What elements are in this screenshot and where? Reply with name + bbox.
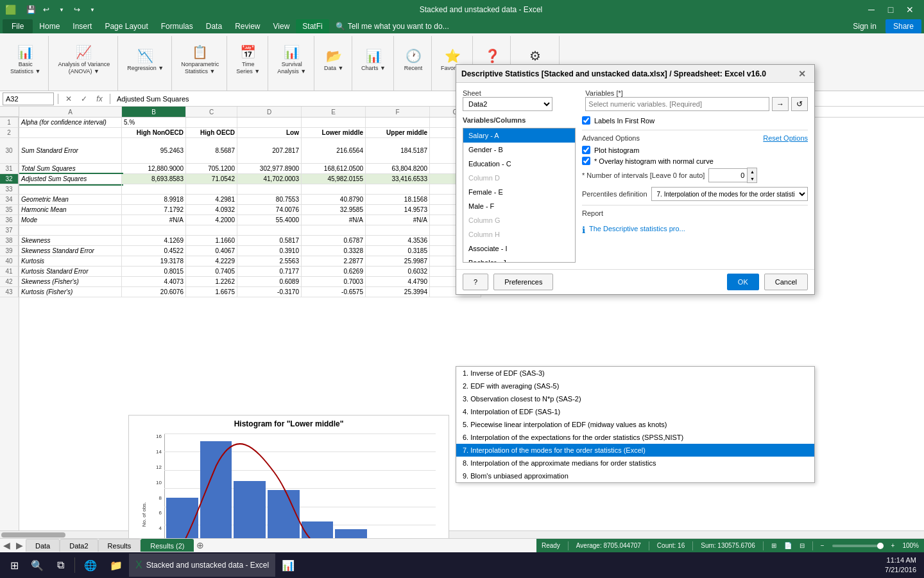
- menu-insert[interactable]: Insert: [66, 19, 98, 33]
- overlay-normal-checkbox[interactable]: [582, 157, 590, 165]
- vars-arrow-btn[interactable]: →: [772, 97, 789, 111]
- cell-a39[interactable]: Skewness Standard Error: [19, 246, 122, 256]
- cell-d33[interactable]: [237, 184, 302, 195]
- taskbar-explorer[interactable]: 📁: [103, 554, 129, 577]
- cell-c31[interactable]: 705.1200: [186, 164, 237, 174]
- cell-c32[interactable]: 71.0542: [186, 174, 237, 184]
- cell-d37[interactable]: [237, 225, 302, 236]
- cell-a1[interactable]: Alpha (for confidence interval): [19, 118, 122, 128]
- menu-data[interactable]: Data: [200, 19, 228, 33]
- cell-a42[interactable]: Skewness (Fisher's): [19, 277, 122, 287]
- col-header-e[interactable]: E: [302, 107, 366, 117]
- cell-a41[interactable]: Kurtosis Standard Error: [19, 267, 122, 277]
- taskbar-statfi[interactable]: 📊: [275, 554, 301, 577]
- var-item-salary[interactable]: Salary - A: [463, 128, 575, 143]
- page-layout-btn[interactable]: 📄: [784, 542, 792, 549]
- ribbon-btn-charts[interactable]: 📊 Charts ▼: [357, 39, 389, 81]
- cell-f43[interactable]: 25.3994: [366, 287, 430, 297]
- cell-f31[interactable]: 63,804.8200: [366, 164, 430, 174]
- cell-b40[interactable]: 19.3178: [122, 256, 186, 267]
- var-item-male[interactable]: Male - F: [463, 199, 575, 213]
- cell-d32[interactable]: 41,702.0003: [237, 174, 302, 184]
- cell-c1[interactable]: [186, 118, 237, 128]
- cell-f30[interactable]: 184.5187: [366, 138, 430, 164]
- var-item-associate[interactable]: Associate - I: [463, 241, 575, 256]
- cell-d43[interactable]: -0.3170: [237, 287, 302, 297]
- col-header-c[interactable]: C: [186, 107, 237, 117]
- task-view-btn[interactable]: ⧉: [49, 554, 72, 577]
- preferences-footer-btn[interactable]: Preferences: [493, 274, 553, 290]
- cell-d34[interactable]: 80.7553: [237, 195, 302, 205]
- dropdown-option-7[interactable]: 7. Interpolation of the modes for the or…: [456, 444, 814, 457]
- cell-c36[interactable]: 4.2000: [186, 215, 237, 225]
- ribbon-btn-timeseries[interactable]: 📅 TimeSeries ▼: [232, 39, 264, 81]
- var-item-female[interactable]: Female - E: [463, 185, 575, 199]
- spin-up[interactable]: ▲: [748, 168, 757, 175]
- cell-e38[interactable]: 0.6787: [302, 236, 366, 246]
- cell-b41[interactable]: 0.8015: [122, 267, 186, 277]
- maximize-btn[interactable]: □: [882, 3, 900, 17]
- cell-b34[interactable]: 8.9918: [122, 195, 186, 205]
- ribbon-btn-regression[interactable]: 📉 Regression ▼: [123, 39, 167, 81]
- cell-c41[interactable]: 0.7405: [186, 267, 237, 277]
- cell-d40[interactable]: 2.5563: [237, 256, 302, 267]
- dialog-close-btn[interactable]: ✕: [795, 67, 809, 81]
- cell-c35[interactable]: 4.0932: [186, 205, 237, 215]
- undo-dropdown[interactable]: ▼: [55, 3, 69, 17]
- cell-b38[interactable]: 4.1269: [122, 236, 186, 246]
- menu-view[interactable]: View: [267, 19, 296, 33]
- dropdown-option-4[interactable]: 4. Interpolation of EDF (SAS-1): [456, 405, 814, 418]
- dropdown-option-3[interactable]: 3. Observation closest to N*p (SAS-2): [456, 392, 814, 405]
- cell-e33[interactable]: [302, 184, 366, 195]
- cell-c30[interactable]: 8.5687: [186, 138, 237, 164]
- menu-share[interactable]: Share: [886, 19, 921, 33]
- cell-d30[interactable]: 207.2817: [237, 138, 302, 164]
- search-btn[interactable]: 🔍: [26, 554, 49, 577]
- cell-f42[interactable]: 4.4790: [366, 277, 430, 287]
- cell-c2[interactable]: High OECD: [186, 128, 237, 138]
- cancel-btn[interactable]: Cancel: [764, 274, 808, 290]
- cell-b32[interactable]: 8,693.8583: [122, 174, 186, 184]
- zoom-slider-thumb[interactable]: [877, 543, 884, 549]
- cell-d41[interactable]: 0.7177: [237, 267, 302, 277]
- help-footer-btn[interactable]: ?: [463, 274, 488, 290]
- cell-c38[interactable]: 1.1660: [186, 236, 237, 246]
- cell-a33[interactable]: [19, 184, 122, 195]
- cell-f36[interactable]: #N/A: [366, 215, 430, 225]
- zoom-out-btn[interactable]: −: [821, 542, 825, 549]
- cell-e2[interactable]: Lower middle: [302, 128, 366, 138]
- h-scroll-thumb[interactable]: [1, 532, 65, 538]
- menu-statfi[interactable]: StatFi: [296, 19, 329, 33]
- cell-e30[interactable]: 216.6564: [302, 138, 366, 164]
- dropdown-option-5[interactable]: 5. Piecewise linear interpolation of EDF…: [456, 418, 814, 431]
- cell-f35[interactable]: 14.9573: [366, 205, 430, 215]
- menu-file[interactable]: File: [3, 19, 33, 33]
- vars-input[interactable]: [585, 97, 769, 111]
- start-btn[interactable]: ⊞: [3, 554, 26, 577]
- menu-page-layout[interactable]: Page Layout: [98, 19, 154, 33]
- cell-e39[interactable]: 0.3328: [302, 246, 366, 256]
- menu-signin[interactable]: Sign in: [846, 19, 883, 33]
- taskbar-edge[interactable]: 🌐: [78, 554, 103, 577]
- cell-d42[interactable]: 0.6089: [237, 277, 302, 287]
- cell-a30[interactable]: Sum Standard Error: [19, 138, 122, 164]
- ribbon-btn-data[interactable]: 📂 Data ▼: [320, 39, 348, 81]
- zoom-slider[interactable]: [832, 545, 884, 547]
- cell-e34[interactable]: 40.8790: [302, 195, 366, 205]
- cell-a31[interactable]: Total Sum Squares: [19, 164, 122, 174]
- add-sheet-btn[interactable]: ◀: [0, 539, 13, 552]
- dropdown-option-9[interactable]: 9. Blom's unbiased approximation: [456, 469, 814, 482]
- cell-c43[interactable]: 1.6675: [186, 287, 237, 297]
- cell-e32[interactable]: 45,982.0155: [302, 174, 366, 184]
- col-header-b[interactable]: B: [122, 107, 186, 117]
- spin-down[interactable]: ▼: [748, 175, 757, 182]
- cell-reference-input[interactable]: A32: [3, 92, 54, 105]
- cell-a32[interactable]: Adjusted Sum Squares: [19, 174, 122, 184]
- var-item-bachelor[interactable]: Bachelor - J: [463, 256, 575, 263]
- vars-clear-btn[interactable]: ↺: [791, 97, 808, 111]
- sheet-tab-results[interactable]: Results: [98, 539, 141, 552]
- sheet-tab-data2[interactable]: Data2: [60, 539, 98, 552]
- menu-tell-me[interactable]: 🔍 Tell me what you want to do...: [329, 19, 456, 33]
- cell-b1[interactable]: 5.%: [122, 118, 186, 128]
- var-item-gender[interactable]: Gender - B: [463, 143, 575, 157]
